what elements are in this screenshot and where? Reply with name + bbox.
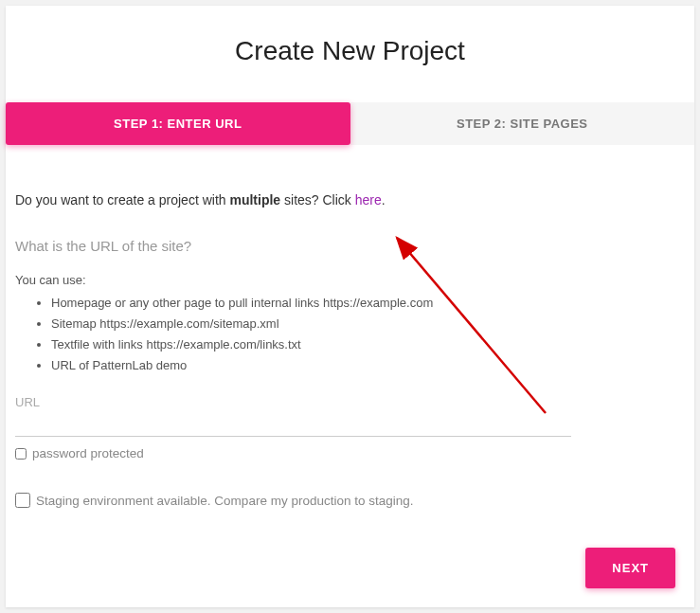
multiple-sites-prompt: Do you want to create a project with mul… [15, 192, 685, 207]
list-item: Homepage or any other page to pull inter… [51, 293, 685, 314]
staging-row: Staging environment available. Compare m… [15, 493, 685, 508]
you-can-use-label: You can use: [15, 273, 685, 287]
prompt-suffix: sites? Click [280, 192, 355, 207]
tab-step2[interactable]: STEP 2: SITE PAGES [350, 102, 695, 145]
url-input[interactable] [15, 411, 571, 437]
url-options-list: Homepage or any other page to pull inter… [15, 293, 685, 376]
create-project-card: Create New Project STEP 1: ENTER URL STE… [6, 6, 694, 607]
page-title: Create New Project [6, 6, 694, 102]
prompt-prefix: Do you want to create a project with [15, 192, 229, 207]
password-protected-checkbox[interactable] [15, 448, 27, 460]
step-tabs: STEP 1: ENTER URL STEP 2: SITE PAGES [6, 102, 694, 145]
form-content: Do you want to create a project with mul… [6, 145, 694, 508]
list-item: Sitemap https://example.com/sitemap.xml [51, 314, 685, 334]
url-question: What is the URL of the site? [15, 238, 685, 254]
list-item: URL of PatternLab demo [51, 355, 685, 376]
staging-checkbox[interactable] [15, 493, 30, 508]
url-field-label: URL [15, 395, 685, 409]
tab-step1[interactable]: STEP 1: ENTER URL [6, 102, 350, 145]
password-protected-row: password protected [15, 446, 685, 460]
password-protected-label: password protected [32, 446, 144, 460]
prompt-end: . [382, 192, 386, 207]
prompt-bold: multiple [229, 192, 280, 207]
staging-label: Staging environment available. Compare m… [36, 494, 413, 508]
list-item: Textfile with links https://example.com/… [51, 334, 685, 355]
here-link[interactable]: here [355, 192, 382, 207]
next-button[interactable]: NEXT [585, 548, 675, 588]
